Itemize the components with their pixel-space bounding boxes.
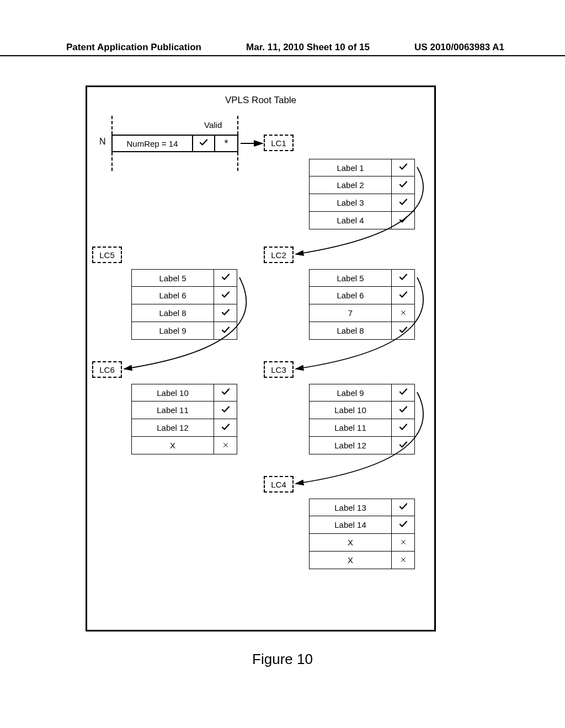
page: Patent Application Publication Mar. 11, … xyxy=(0,0,565,728)
lc4-box: LC4 xyxy=(264,476,294,493)
table-row: Label 1 xyxy=(309,159,415,176)
lc6-table: Label 10Label 11Label 12X xyxy=(131,384,237,454)
mark-cell xyxy=(214,322,237,340)
root-valid-mark xyxy=(193,136,215,151)
label-cell: Label 6 xyxy=(309,287,392,304)
lc1-table: Label 1Label 2Label 3Label 4 xyxy=(309,159,415,229)
lc6-box: LC6 xyxy=(92,361,122,378)
mark-cell xyxy=(214,402,237,419)
table-row: Label 5 xyxy=(131,269,237,287)
mark-cell xyxy=(392,194,415,212)
label-cell: Label 9 xyxy=(309,384,392,402)
diagram-title: VPLS Root Table xyxy=(87,95,434,106)
header-left: Patent Application Publication xyxy=(66,42,201,53)
header-right: US 2010/0063983 A1 xyxy=(414,42,504,53)
label-cell: Label 9 xyxy=(131,322,214,340)
table-row: X xyxy=(131,437,237,454)
label-cell: Label 8 xyxy=(309,322,392,340)
table-row: Label 6 xyxy=(131,287,237,304)
label-cell: Label 11 xyxy=(309,419,392,437)
root-pointer: * xyxy=(215,136,237,151)
label-cell: X xyxy=(309,534,392,552)
table-row: 7 xyxy=(309,304,415,322)
lc2-table: Label 5Label 67Label 8 xyxy=(309,269,415,340)
label-cell: Label 5 xyxy=(131,269,214,287)
table-row: Label 9 xyxy=(131,322,237,340)
label-cell: X xyxy=(131,437,214,454)
label-cell: Label 6 xyxy=(131,287,214,304)
table-row: Label 12 xyxy=(309,437,415,454)
label-cell: Label 14 xyxy=(309,516,392,534)
root-table-column: NumRep = 14 * xyxy=(111,116,238,171)
label-cell: 7 xyxy=(309,304,392,322)
root-row: NumRep = 14 * xyxy=(111,135,238,152)
label-cell: Label 3 xyxy=(309,194,392,212)
table-row: Label 8 xyxy=(309,322,415,340)
table-row: Label 5 xyxy=(309,269,415,287)
mark-cell xyxy=(392,212,415,229)
figure-caption: Figure 10 xyxy=(0,651,565,668)
label-cell: Label 12 xyxy=(309,437,392,454)
label-cell: Label 13 xyxy=(309,499,392,516)
mark-cell xyxy=(392,499,415,516)
lc3-table: Label 9Label 10Label 11Label 12 xyxy=(309,384,415,454)
header-mid: Mar. 11, 2010 Sheet 10 of 15 xyxy=(246,42,370,53)
lc5-box: LC5 xyxy=(92,247,122,263)
table-row: Label 10 xyxy=(309,402,415,419)
lc2-box: LC2 xyxy=(264,247,294,263)
lc4-table: Label 13Label 14XX xyxy=(309,499,415,569)
mark-cell xyxy=(392,437,415,454)
label-cell: Label 11 xyxy=(131,402,214,419)
diagram-frame: VPLS Root Table N Valid NumRep = 14 * LC… xyxy=(86,85,436,631)
table-row: Label 11 xyxy=(309,419,415,437)
label-cell: Label 10 xyxy=(131,384,214,402)
mark-cell xyxy=(214,269,237,287)
mark-cell xyxy=(392,419,415,437)
table-row: Label 12 xyxy=(131,419,237,437)
lc5-table: Label 5Label 6Label 8Label 9 xyxy=(131,269,237,340)
label-cell: Label 10 xyxy=(309,402,392,419)
label-cell: Label 2 xyxy=(309,176,392,194)
n-label: N xyxy=(99,137,106,147)
label-cell: Label 8 xyxy=(131,304,214,322)
table-row: Label 10 xyxy=(131,384,237,402)
label-cell: Label 1 xyxy=(309,159,392,176)
mark-cell xyxy=(392,384,415,402)
mark-cell xyxy=(392,304,415,322)
label-cell: X xyxy=(309,552,392,569)
mark-cell xyxy=(214,304,237,322)
table-row: X xyxy=(309,552,415,569)
table-row: Label 2 xyxy=(309,176,415,194)
mark-cell xyxy=(392,287,415,304)
label-cell: Label 12 xyxy=(131,419,214,437)
root-numrep: NumRep = 14 xyxy=(113,136,193,151)
lc3-box: LC3 xyxy=(264,361,294,378)
mark-cell xyxy=(214,287,237,304)
mark-cell xyxy=(392,159,415,176)
table-row: Label 4 xyxy=(309,212,415,229)
mark-cell xyxy=(214,384,237,402)
label-cell: Label 5 xyxy=(309,269,392,287)
table-row: Label 11 xyxy=(131,402,237,419)
lc1-box: LC1 xyxy=(264,135,294,151)
mark-cell xyxy=(392,402,415,419)
page-header: Patent Application Publication Mar. 11, … xyxy=(0,42,565,56)
table-row: Label 8 xyxy=(131,304,237,322)
table-row: Label 9 xyxy=(309,384,415,402)
label-cell: Label 4 xyxy=(309,212,392,229)
table-row: Label 13 xyxy=(309,499,415,516)
mark-cell xyxy=(392,534,415,552)
mark-cell xyxy=(214,419,237,437)
mark-cell xyxy=(392,176,415,194)
table-row: X xyxy=(309,534,415,552)
check-icon xyxy=(199,137,209,149)
mark-cell xyxy=(214,437,237,454)
table-row: Label 14 xyxy=(309,516,415,534)
mark-cell xyxy=(392,322,415,340)
mark-cell xyxy=(392,269,415,287)
mark-cell xyxy=(392,516,415,534)
root-dash-bot xyxy=(111,152,238,171)
mark-cell xyxy=(392,552,415,569)
root-dash-top xyxy=(111,116,238,135)
table-row: Label 6 xyxy=(309,287,415,304)
